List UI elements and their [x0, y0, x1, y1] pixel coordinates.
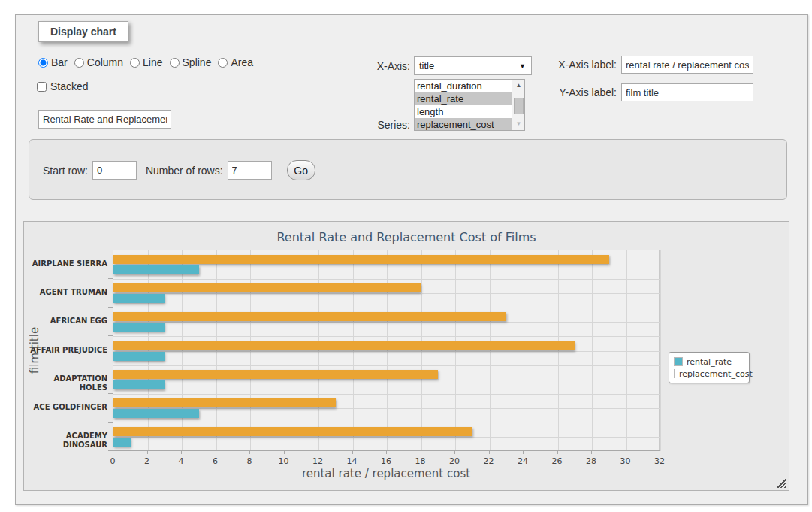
x-axis-label-input[interactable]: [621, 56, 753, 74]
start-row-input[interactable]: [92, 161, 137, 180]
legend-item-rental_rate[interactable]: rental_rate: [674, 356, 744, 368]
chart-container: Rental Rate and Replacement Cost of Film…: [23, 221, 789, 491]
bar-rental_rate[interactable]: [113, 265, 199, 274]
x-axis-tick-label: 10: [273, 456, 295, 466]
pagination-panel: Start row: Number of rows: Go: [29, 139, 787, 200]
scrollbar-thumb[interactable]: [514, 98, 524, 114]
series-option-replacement_cost[interactable]: replacement_cost: [415, 118, 524, 131]
x-axis-select[interactable]: title ▼: [414, 56, 532, 75]
x-axis-tick: [181, 451, 182, 454]
chart-type-option-spline[interactable]: Spline: [170, 56, 212, 68]
series-options: rental_durationrental_ratelengthreplacem…: [415, 80, 524, 131]
chart-type-option-bar[interactable]: Bar: [38, 56, 68, 68]
x-axis-tick: [352, 451, 353, 454]
y-axis-category-label: AIRPLANE SIERRA: [29, 259, 107, 268]
bar-replacement_cost[interactable]: [113, 398, 336, 407]
chevron-down-icon: ▼: [519, 62, 526, 70]
chart-title: Rental Rate and Replacement Cost of Film…: [24, 230, 789, 244]
series-multiselect[interactable]: rental_durationrental_ratelengthreplacem…: [414, 79, 525, 131]
gridline: [113, 336, 660, 337]
legend-swatch: [674, 369, 675, 378]
x-axis-tick: [249, 451, 250, 454]
y-axis-tick: [108, 335, 113, 336]
stacked-checkbox[interactable]: [37, 82, 47, 92]
number-of-rows-input[interactable]: [228, 161, 272, 180]
bar-rental_rate[interactable]: [113, 352, 165, 361]
chart-type-radio-label: Spline: [183, 56, 212, 68]
bar-replacement_cost[interactable]: [113, 370, 438, 379]
chart-type-radio-bar[interactable]: [38, 58, 48, 68]
x-axis-tick-label: 12: [306, 456, 329, 466]
x-axis-tick-label: 14: [341, 456, 364, 466]
bar-replacement_cost[interactable]: [113, 341, 575, 350]
series-option-length[interactable]: length: [415, 105, 524, 118]
chart-title-input[interactable]: [38, 110, 171, 129]
legend-label: rental_rate: [687, 357, 732, 367]
bar-rental_rate[interactable]: [113, 294, 165, 303]
chart-type-radio-label: Line: [143, 56, 162, 68]
legend-item-replacement_cost[interactable]: replacement_cost: [674, 368, 744, 380]
y-axis-tick: [108, 393, 113, 394]
x-axis-tick: [113, 451, 113, 454]
x-axis-tick: [660, 451, 660, 454]
x-axis-tick-label: 26: [546, 456, 569, 466]
x-axis-title: rental rate / replacement cost: [113, 467, 660, 480]
gridline: [113, 322, 660, 323]
y-axis-tick: [108, 422, 113, 423]
gridline: [113, 423, 660, 423]
series-scrollbar[interactable]: ▲ ▼: [512, 80, 524, 130]
chart-type-radio-label: Area: [231, 56, 253, 68]
bar-rental_rate[interactable]: [113, 380, 165, 389]
stacked-label: Stacked: [50, 80, 89, 92]
y-axis-tick: [108, 365, 113, 365]
bar-replacement_cost[interactable]: [113, 283, 421, 292]
x-axis-tick-label: 20: [443, 456, 466, 466]
fieldset-legend: Display chart: [38, 21, 128, 42]
chart-type-radio-line[interactable]: [130, 58, 140, 68]
bar-replacement_cost[interactable]: [113, 312, 506, 321]
chart-type-option-line[interactable]: Line: [130, 56, 162, 68]
chart-type-option-area[interactable]: Area: [218, 56, 253, 68]
display-chart-fieldset: Display chart BarColumnLineSplineArea St…: [15, 14, 808, 505]
y-axis-label-field-label: Y-Axis label:: [542, 86, 617, 98]
scroll-up-icon[interactable]: ▲: [512, 80, 525, 92]
bar-rental_rate[interactable]: [113, 409, 199, 418]
x-axis-tick: [557, 451, 558, 454]
x-axis-tick-label: 18: [409, 456, 432, 466]
x-axis-tick: [454, 451, 455, 454]
x-axis-tick: [489, 451, 490, 454]
gridline: [113, 394, 660, 395]
x-axis-tick: [147, 451, 148, 454]
x-axis-tick-label: 2: [136, 456, 158, 466]
series-option-rental_rate[interactable]: rental_rate: [415, 92, 524, 105]
series-option-rental_duration[interactable]: rental_duration: [415, 80, 524, 92]
gridline: [113, 308, 660, 308]
chart-type-radio-area[interactable]: [218, 58, 228, 68]
bar-replacement_cost[interactable]: [113, 427, 472, 436]
chart-type-option-column[interactable]: Column: [74, 56, 123, 68]
go-button[interactable]: Go: [287, 160, 315, 180]
legend-label: replacement_cost: [679, 369, 753, 379]
x-axis-line: [113, 450, 660, 451]
x-axis-tick-label: 0: [101, 456, 124, 466]
bar-rental_rate[interactable]: [113, 323, 165, 332]
x-axis-tick: [523, 451, 524, 454]
gridline: [660, 250, 661, 451]
bar-replacement_cost[interactable]: [113, 255, 609, 264]
x-axis-tick: [591, 451, 592, 454]
y-axis-category-label: AGENT TRUMAN: [29, 288, 107, 297]
chart-type-radio-spline[interactable]: [170, 58, 180, 68]
resize-handle-icon[interactable]: [777, 479, 786, 488]
y-axis-label-input[interactable]: [621, 83, 753, 101]
x-axis-tick-label: 4: [170, 456, 192, 466]
x-axis-select-label: X-Axis:: [339, 60, 410, 72]
y-axis-tick: [108, 250, 113, 250]
scroll-down-icon[interactable]: ▼: [512, 118, 525, 130]
x-axis-tick-label: 24: [512, 456, 534, 466]
chart-legend: rental_ratereplacement_cost: [669, 352, 750, 383]
x-axis-tick: [284, 451, 285, 454]
y-axis-title: film title: [28, 309, 41, 392]
chart-type-radio-group: BarColumnLineSplineArea: [38, 56, 253, 68]
chart-type-radio-column[interactable]: [74, 58, 84, 68]
bar-rental_rate[interactable]: [113, 438, 131, 447]
